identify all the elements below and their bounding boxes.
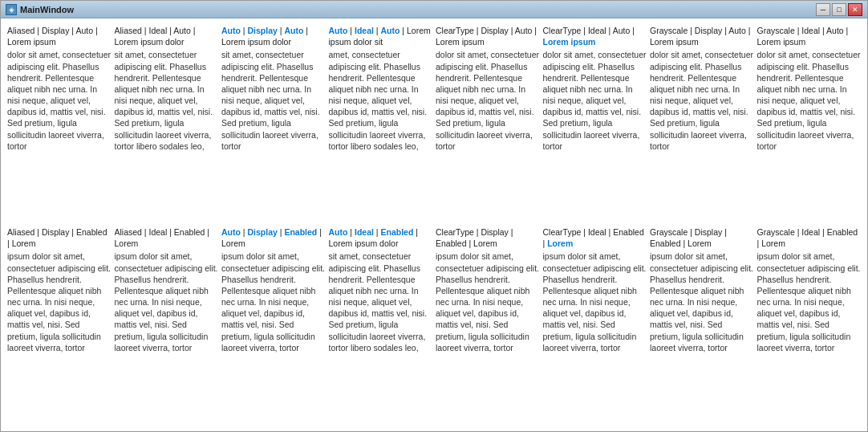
cell-body: amet, consectetuer adipiscing elit. Phas… [329,49,433,152]
cell-body: ipsum dolor sit amet, consectetuer adipi… [543,251,647,353]
cell-r1-c7: Grayscale | Display | Auto | Lorem ipsum… [650,25,754,223]
content-area: Aliased | Display | Auto | Lorem ipsum d… [1,18,867,431]
cell-header: ClearType | Display | Auto | Lorem ipsum [436,25,540,47]
cell-body: sit amet, consectetuer adipiscing elit. … [115,49,219,152]
cell-r2-c5: ClearType | Display | Enabled | Lorem ip… [436,226,540,425]
cell-body: ipsum dolor sit amet, consectetuer adipi… [7,251,112,353]
title-bar-left: ◈ MainWindow [6,4,74,15]
text-grid: Aliased | Display | Auto | Lorem ipsum d… [7,25,861,425]
cell-r2-c7: Grayscale | Display | Enabled | Lorem ip… [650,226,754,425]
cell-r2-c6: ClearType | Ideal | Enabled | Lorem ipsu… [543,226,647,425]
cell-r2-c2: Aliased | Ideal | Enabled | Lorem ipsum … [115,226,219,425]
cell-header: Auto | Display | Auto | Lorem ipsum dolo… [221,25,326,47]
window-icon: ◈ [6,4,17,15]
cell-body: ipsum dolor sit amet, consectetuer adipi… [221,251,326,353]
cell-r1-c6: ClearType | Ideal | Auto | Lorem ipsum d… [543,25,647,223]
cell-body: sit amet, consectetuer adipiscing elit. … [329,251,433,353]
cell-r1-c5: ClearType | Display | Auto | Lorem ipsum… [436,25,540,223]
cell-body: sit amet, consectetuer adipiscing elit. … [221,49,326,152]
title-bar: ◈ MainWindow ─ □ ✕ [1,1,867,18]
cell-r2-c4: Auto | Ideal | Enabled | Lorem ipsum dol… [329,226,433,425]
cell-r1-c3: Auto | Display | Auto | Lorem ipsum dolo… [221,25,326,223]
cell-header: ClearType | Ideal | Auto | Lorem ipsum [543,25,647,47]
cell-header: Auto | Ideal | Auto | Lorem ipsum dolor … [329,25,433,47]
cell-header: Aliased | Ideal | Enabled | Lorem [115,226,219,249]
cell-r2-c3: Auto | Display | Enabled | Lorem ipsum d… [221,226,326,425]
maximize-button[interactable]: □ [832,3,846,16]
title-buttons: ─ □ ✕ [816,3,862,16]
cell-header: Grayscale | Ideal | Auto | Lorem ipsum [757,25,862,47]
cell-r1-c2: Aliased | Ideal | Auto | Lorem ipsum dol… [115,25,219,223]
cell-body: dolor sit amet, consectetuer adipiscing … [436,49,540,152]
cell-header: Auto | Ideal | Enabled | Lorem ipsum dol… [329,226,433,249]
cell-header: ClearType | Display | Enabled | Lorem [436,226,540,249]
cell-body: dolor sit amet, consectetuer adipiscing … [7,49,112,152]
cell-r1-c1: Aliased | Display | Auto | Lorem ipsum d… [7,25,112,223]
cell-header: ClearType | Ideal | Enabled | Lorem [543,226,647,249]
cell-body: ipsum dolor sit amet, consectetuer adipi… [650,251,754,353]
cell-header: Aliased | Display | Auto | Lorem ipsum [7,25,112,47]
cell-r2-c1: Aliased | Display | Enabled | Lorem ipsu… [7,226,112,425]
cell-r1-c4: Auto | Ideal | Auto | Lorem ipsum dolor … [329,25,433,223]
cell-header: Grayscale | Ideal | Enabled | Lorem [757,226,862,249]
cell-body: dolor sit amet, consectetuer adipiscing … [543,49,647,152]
cell-body: ipsum dolor sit amet, consectetuer adipi… [115,251,219,353]
cell-body: dolor sit amet, consectetuer adipiscing … [650,49,754,152]
cell-r2-c8: Grayscale | Ideal | Enabled | Lorem ipsu… [757,226,862,425]
cell-body: ipsum dolor sit amet, consectetuer adipi… [436,251,540,353]
window-title: MainWindow [20,5,74,14]
cell-body: dolor sit amet, consectetuer adipiscing … [757,49,862,152]
cell-body: ipsum dolor sit amet, consectetuer adipi… [757,251,862,353]
cell-r1-c8: Grayscale | Ideal | Auto | Lorem ipsum d… [757,25,862,223]
cell-header: Auto | Display | Enabled | Lorem [221,226,326,249]
cell-header: Aliased | Display | Enabled | Lorem [7,226,112,249]
cell-header: Grayscale | Display | Auto | Lorem ipsum [650,25,754,47]
cell-header: Aliased | Ideal | Auto | Lorem ipsum dol… [115,25,219,47]
cell-header: Grayscale | Display | Enabled | Lorem [650,226,754,249]
main-window: ◈ MainWindow ─ □ ✕ Aliased | Display | A… [0,0,868,432]
close-button[interactable]: ✕ [848,3,862,16]
minimize-button[interactable]: ─ [816,3,830,16]
